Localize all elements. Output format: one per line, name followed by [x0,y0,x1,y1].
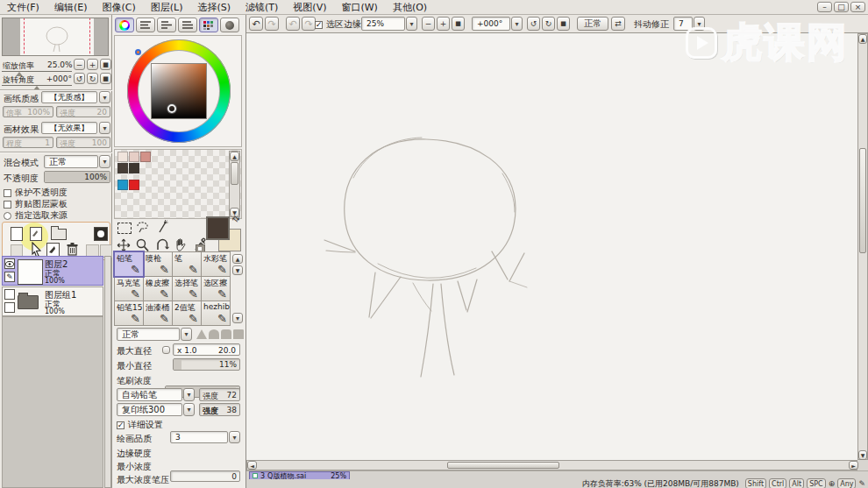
new-folder-icon[interactable] [51,229,67,240]
delete-layer-icon[interactable] [66,242,79,257]
brush-blend-select[interactable]: 正常 [117,328,180,341]
view-zoom-out-button[interactable]: − [422,17,435,31]
texture-preset-select[interactable]: 自动铅笔 [117,388,182,401]
layer-group-row[interactable]: 图层组1 正常 100% [2,286,103,316]
brush-shape-dome[interactable] [221,329,231,339]
swatch[interactable] [117,163,128,173]
jitter-value-field[interactable]: 7 [673,17,693,31]
blend-mode-select[interactable]: 正常 [44,155,98,168]
paper-effect-select[interactable]: 【无效果】 [41,122,97,134]
quality-select[interactable]: 3 [170,431,228,443]
brush-shape-sharp[interactable] [196,329,207,339]
minimize-button[interactable]: – [817,2,832,12]
view-angle-reset-button[interactable]: ■ [557,17,570,31]
view-normal-button[interactable]: 正常 [577,17,608,31]
paper-scale-field[interactable]: 倍率 100% [3,106,53,117]
redo-button[interactable]: ↷ [265,17,279,31]
swatch[interactable] [117,152,128,162]
size-unit-button[interactable] [162,346,170,354]
rotate-reset-button[interactable]: ■ [100,73,111,84]
menu-file[interactable]: 文件(F) [7,1,39,14]
brush-item[interactable]: hezhib✎ [201,301,231,326]
undo-button[interactable]: ↶ [249,17,263,31]
menu-layer[interactable]: 图层(L) [151,1,183,14]
menu-view[interactable]: 视图(V) [293,1,326,14]
brush-item[interactable]: 油漆桶✎ [143,301,173,326]
zoom-reset-button[interactable]: ■ [100,59,111,70]
menu-image[interactable]: 图像(C) [102,1,135,14]
scroll-down-button[interactable]: ▼ [858,450,867,460]
view-rotate-cw-button[interactable]: ↻ [542,17,555,31]
rect-select-tool[interactable] [117,223,132,234]
layer-mask-icon[interactable] [94,227,108,241]
flip-horizontal-button[interactable]: ⇄ [611,17,625,31]
swatch[interactable] [129,180,139,190]
canvas-vscrollbar[interactable]: ▲ ▼ [857,33,868,460]
close-button[interactable]: × [850,2,865,12]
brush-shape-flat[interactable] [233,329,244,339]
selection-source-radio[interactable]: 指定选取来源 [4,209,68,222]
view-angle-field[interactable]: +000° [472,17,510,31]
menu-window[interactable]: 窗口(W) [341,1,377,14]
hscroll-thumb[interactable] [447,462,559,469]
menu-filter[interactable]: 滤镜(T) [245,1,278,14]
scroll-left-button[interactable]: ◄ [247,461,257,470]
scroll-thumb[interactable] [231,162,238,185]
brush-scroll-more[interactable]: ▾ [232,313,243,323]
scroll-right-button[interactable]: ► [849,461,858,470]
new-layer-icon[interactable] [11,227,23,241]
brush-item[interactable]: 笔✎ [172,251,202,277]
hsv-slider-tab[interactable] [157,18,176,32]
paper-strength-field[interactable]: 强度 20 [56,106,110,117]
lasso-tool[interactable] [136,221,150,233]
brush-scroll-up[interactable]: ▲ [232,254,243,264]
brush-item[interactable]: 铅笔15✎ [114,301,144,326]
paper-preset-dropdown[interactable]: ▾ [183,403,195,416]
primary-color[interactable] [206,216,230,240]
opacity-slider[interactable]: 100% [44,171,110,183]
sv-square[interactable] [151,63,207,119]
paper-texture-dropdown[interactable]: ▾ [99,91,110,103]
paper-effect-dropdown[interactable]: ▾ [99,122,110,134]
detail-settings-check[interactable]: ✓ 详细设置 [117,419,163,431]
color-wheel-tab[interactable] [115,18,134,32]
brush-item[interactable]: 水彩笔✎ [201,251,231,277]
brush-shape-curve[interactable] [209,329,219,339]
edge-hardness-field[interactable]: 0 [170,470,240,482]
protect-opacity-check[interactable]: 保护不透明度 [4,187,68,199]
view-zoom-dropdown[interactable]: ▾ [406,17,417,31]
scratchpad-tab[interactable] [220,18,239,32]
rotate-canvas-tool[interactable] [155,238,169,252]
brush-item[interactable]: 选择笔✎ [172,276,202,301]
quality-dropdown[interactable]: ▾ [229,431,240,443]
canvas-area[interactable] [246,33,857,460]
zoom-in-button[interactable]: + [87,59,98,70]
scroll-up-button[interactable]: ▲ [230,152,239,161]
paper-texture-select[interactable]: 【无质感】 [41,91,97,103]
texture-preset-dropdown[interactable]: ▾ [183,388,195,401]
swatch[interactable] [129,163,139,173]
jitter-dropdown[interactable]: ▾ [694,17,705,31]
hand-tool[interactable] [174,237,189,252]
canvas-hscrollbar[interactable]: ◄ ► [246,460,857,470]
swatches-panel[interactable]: ▲ ▼ [114,149,242,219]
swatch[interactable] [117,180,128,190]
preset1-strength-field[interactable]: 强度 72 [199,388,240,401]
max-diameter-field[interactable]: x 1.0 20.0 [173,343,240,356]
brush-item[interactable]: 喷枪✎ [143,251,173,277]
blend-mode-dropdown[interactable]: ▾ [99,155,110,168]
vscroll-thumb[interactable] [859,148,866,253]
clipping-mask-check[interactable]: 剪贴图层蒙板 [4,198,68,210]
brush-item[interactable]: 马克笔✎ [114,276,144,301]
layer-visibility-toggle[interactable] [4,258,15,269]
scroll-up-button[interactable]: ▲ [858,34,867,44]
deselect-button[interactable]: ↶ [286,17,300,31]
swatch[interactable] [129,152,139,162]
layer-visibility-toggle[interactable] [4,289,15,300]
swatches-scrollbar[interactable]: ▲ ▼ [229,151,240,217]
brush-item[interactable]: 选区擦✎ [201,276,231,301]
sv-marker[interactable] [167,104,176,113]
brush-scroll-down[interactable]: ▼ [232,265,243,275]
brush-item-selected[interactable]: 铅笔✎ [113,251,145,278]
selection-edge-check[interactable]: ✓ 选区边缘 [315,18,361,31]
